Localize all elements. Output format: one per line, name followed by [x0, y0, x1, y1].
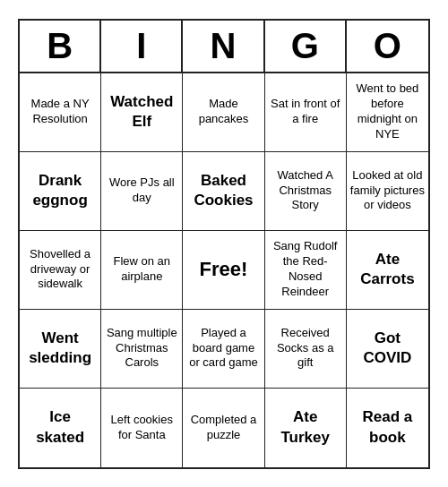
bingo-cell-7[interactable]: Baked Cookies [183, 152, 264, 231]
bingo-cell-21[interactable]: Left cookies for Santa [101, 389, 183, 467]
bingo-cell-9[interactable]: Looked at old family pictures or videos [347, 152, 428, 231]
bingo-cell-13[interactable]: Sang Rudolf the Red-Nosed Reindeer [265, 231, 347, 310]
bingo-cell-22[interactable]: Completed a puzzle [183, 389, 264, 467]
bingo-cell-2[interactable]: Made pancakes [183, 73, 264, 152]
header-letter-n: N [183, 21, 264, 72]
bingo-cell-17[interactable]: Played a board game or card game [183, 310, 264, 389]
bingo-cell-20[interactable]: Ice skated [20, 389, 101, 467]
bingo-cell-10[interactable]: Shovelled a driveway or sidewalk [20, 231, 101, 310]
bingo-header: BINGO [20, 21, 428, 73]
bingo-cell-4[interactable]: Went to bed before midnight on NYE [347, 73, 428, 152]
bingo-cell-6[interactable]: Wore PJs all day [101, 152, 183, 231]
bingo-cell-23[interactable]: Ate Turkey [265, 389, 347, 467]
bingo-cell-18[interactable]: Received Socks as a gift [265, 310, 347, 389]
bingo-cell-0[interactable]: Made a NY Resolution [20, 73, 101, 152]
bingo-cell-12[interactable]: Free! [183, 231, 264, 310]
header-letter-g: G [265, 21, 347, 72]
bingo-cell-14[interactable]: Ate Carrots [347, 231, 428, 310]
header-letter-o: O [347, 21, 428, 72]
bingo-grid: Made a NY ResolutionWatched ElfMade panc… [20, 73, 428, 467]
header-letter-b: B [20, 21, 101, 72]
bingo-cell-11[interactable]: Flew on an airplane [101, 231, 183, 310]
bingo-cell-24[interactable]: Read a book [347, 389, 428, 467]
bingo-cell-19[interactable]: Got COVID [347, 310, 428, 389]
bingo-cell-15[interactable]: Went sledding [20, 310, 101, 389]
bingo-cell-3[interactable]: Sat in front of a fire [265, 73, 347, 152]
bingo-card: BINGO Made a NY ResolutionWatched ElfMad… [18, 19, 430, 469]
bingo-cell-16[interactable]: Sang multiple Christmas Carols [101, 310, 183, 389]
header-letter-i: I [101, 21, 183, 72]
bingo-cell-1[interactable]: Watched Elf [101, 73, 183, 152]
bingo-cell-5[interactable]: Drank eggnog [20, 152, 101, 231]
bingo-cell-8[interactable]: Watched A Christmas Story [265, 152, 347, 231]
